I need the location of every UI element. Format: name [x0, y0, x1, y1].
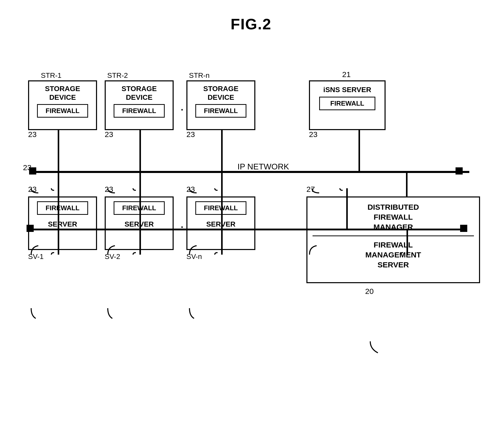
num23-isns: 23	[309, 130, 317, 139]
storagen-label: STORAGEDEVICE	[187, 84, 254, 102]
num23-svn: 23	[186, 185, 195, 194]
num23-sv1: 23	[28, 185, 37, 194]
server-1: FIREWALL SERVER	[28, 196, 97, 250]
server1-firewall: FIREWALL	[37, 201, 88, 215]
svg-rect-6	[358, 125, 360, 172]
num23-str1: 23	[28, 130, 37, 139]
storage1-firewall: FIREWALL	[37, 104, 88, 118]
storage2-firewall: FIREWALL	[114, 104, 165, 118]
svn-label: SV-n	[186, 253, 202, 261]
svg-rect-5	[221, 125, 223, 172]
figure-title: FIG.2	[0, 0, 502, 33]
servern-firewall: FIREWALL	[195, 201, 246, 215]
server2-firewall: FIREWALL	[114, 201, 165, 215]
num23-sv2: 23	[105, 185, 113, 194]
str1-label: STR-1	[41, 71, 62, 80]
storage1-label: STORAGEDEVICE	[29, 84, 96, 102]
fw-mgmt-top: DISTRIBUTEDFIREWALLMANAGER	[313, 202, 474, 236]
num20: 20	[365, 287, 374, 296]
isns-firewall: FIREWALL	[319, 97, 375, 110]
server1-label: SERVER	[29, 220, 96, 229]
num23-str2: 23	[105, 130, 113, 139]
storage-device-1: STORAGEDEVICE FIREWALL	[28, 80, 97, 130]
storage-device-n: STORAGEDEVICE FIREWALL	[186, 80, 255, 130]
str2-label: STR-2	[107, 71, 128, 80]
num23-network-left: 23	[23, 163, 31, 172]
storage2-label: STORAGEDEVICE	[106, 84, 173, 102]
isns-label: iSNS SERVER	[310, 85, 385, 94]
strn-label: STR-n	[189, 71, 210, 80]
isns-server: iSNS SERVER FIREWALL	[309, 80, 386, 130]
ip-network-label: IP NETWORK	[237, 162, 289, 171]
svg-rect-4	[139, 125, 141, 172]
fw-management-server: DISTRIBUTEDFIREWALLMANAGER FIREWALLMANAG…	[306, 196, 480, 283]
server2-label: SERVER	[106, 220, 173, 229]
sv2-label: SV-2	[105, 253, 120, 261]
storagen-firewall: FIREWALL	[195, 104, 246, 118]
server-2: FIREWALL SERVER	[105, 196, 174, 250]
num27: 27	[306, 185, 315, 194]
num23-strn: 23	[186, 130, 195, 139]
svg-rect-3	[58, 125, 59, 172]
fw-mgmt-bottom: FIREWALLMANAGEMENTSERVER	[307, 236, 479, 270]
servern-label: SERVER	[187, 220, 254, 229]
server-n: FIREWALL SERVER	[186, 196, 255, 250]
sv1-label: SV-1	[28, 253, 44, 261]
svg-rect-2	[456, 167, 463, 175]
num21: 21	[342, 70, 351, 79]
storage-device-2: STORAGEDEVICE FIREWALL	[105, 80, 174, 130]
